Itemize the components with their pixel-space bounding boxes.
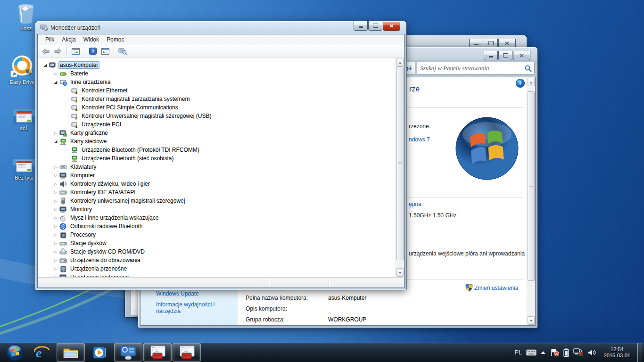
scroll-up-button[interactable]: ▲: [396, 58, 404, 66]
scroll-up-button[interactable]: ▲: [528, 78, 535, 86]
expand-arrow-icon[interactable]: ▷: [53, 241, 58, 246]
control-panel-search[interactable]: [417, 62, 535, 74]
device-tree-item[interactable]: ▷Kontrolery IDE ATA/ATAPI: [38, 188, 396, 197]
close-button[interactable]: [513, 51, 530, 60]
action-center-icon[interactable]: [550, 348, 559, 356]
cpu-device-icon: [59, 231, 67, 239]
network-error-icon[interactable]: [573, 348, 584, 356]
device-tree-item[interactable]: ▷Kontrolery dźwięku, wideo i gier: [38, 180, 396, 188]
taskbar-button-explorer[interactable]: [57, 343, 85, 362]
device-tree-item[interactable]: ◢asus-Komputer: [38, 61, 396, 69]
device-tree-item[interactable]: Kontroler Uniwersalnej magistrali szereg…: [38, 112, 396, 120]
expand-arrow-icon[interactable]: ▷: [53, 131, 58, 135]
maximize-button[interactable]: [368, 21, 382, 31]
expand-arrow-icon[interactable]: ▷: [53, 224, 58, 229]
collapse-arrow-icon[interactable]: ◢: [42, 63, 48, 67]
taskbar-button-wmp[interactable]: [86, 344, 113, 361]
taskbar-button-ie[interactable]: e: [28, 344, 56, 361]
system-scrollbar[interactable]: ▲ ▼: [527, 77, 535, 325]
rating-link-fragment[interactable]: ępna: [409, 201, 421, 207]
scroll-thumb[interactable]: [396, 66, 404, 260]
device-tree-label: Kontroler Ethernet: [80, 87, 129, 94]
device-tree-item[interactable]: ▷Kontrolery uniwersalnej magistrali szer…: [38, 197, 396, 205]
show-desktop-button[interactable]: [637, 343, 642, 362]
taskbar-button-control-panel[interactable]: [114, 343, 142, 362]
device-tree-item[interactable]: Urządzenie Bluetooth (sieć osobista): [38, 154, 396, 163]
expand-arrow-icon[interactable]: ▷: [53, 250, 58, 254]
minimize-button[interactable]: [354, 21, 368, 31]
battery-icon[interactable]: [563, 348, 569, 357]
language-indicator[interactable]: PL: [515, 349, 522, 356]
expand-arrow-icon[interactable]: ▷: [53, 233, 58, 237]
device-tree-item[interactable]: ▷Stacje dysków CD-ROM/DVD: [38, 247, 396, 256]
expand-arrow-icon[interactable]: ▷: [53, 72, 58, 76]
expand-arrow-icon[interactable]: ▷: [53, 267, 58, 271]
expand-arrow-icon[interactable]: ▷: [53, 190, 58, 195]
taskbar-clock[interactable]: 12:54 2015-03-01: [601, 346, 633, 359]
start-button[interactable]: [3, 344, 27, 361]
scroll-thumb[interactable]: [528, 91, 535, 281]
device-tree-item[interactable]: ▷Monitory: [38, 205, 396, 214]
device-tree-item[interactable]: Urządzenie PCI: [38, 120, 396, 129]
collapse-arrow-icon[interactable]: ◢: [53, 139, 58, 144]
device-tree-item[interactable]: Kontroler PCI Simple Communications: [38, 103, 396, 112]
device-tree-item[interactable]: ▷Komputer: [38, 171, 396, 180]
device-manager-window[interactable]: Menedżer urządzeń PlikAkcjaWidokPomoc: [35, 21, 406, 290]
device-tree-item[interactable]: ▷Odbiorniki radiowe Bluetooth: [38, 222, 396, 230]
show-hidden-icons[interactable]: [541, 351, 545, 354]
minimize-button[interactable]: [484, 51, 498, 60]
expand-arrow-icon[interactable]: ▷: [53, 173, 58, 178]
device-tree-item[interactable]: Kontroler magistrali zarządzania systeme…: [38, 95, 396, 103]
performance-tools-link[interactable]: Informacje wydajności i narzędzia: [156, 301, 227, 314]
tree-scrollbar[interactable]: ▲ ▼: [396, 58, 404, 277]
back-button[interactable]: [41, 47, 51, 56]
scroll-down-button[interactable]: ▼: [528, 316, 535, 325]
keyboard-device-icon: [59, 164, 67, 171]
device-tree-item[interactable]: ▷Stacje dysków: [38, 239, 396, 247]
expand-arrow-icon[interactable]: ▷: [53, 199, 58, 203]
device-tree-item[interactable]: ▷Urządzenia do obrazowania: [38, 256, 396, 264]
change-settings[interactable]: Zmień ustawienia: [465, 284, 518, 292]
help-icon[interactable]: ?: [516, 79, 525, 90]
device-tree-item[interactable]: ▷Karty graficzne: [38, 129, 396, 137]
console-tree-icon[interactable]: [70, 47, 81, 56]
windows-update-link[interactable]: Windows Update: [156, 290, 227, 297]
field-label: Opis komputera:: [246, 305, 287, 312]
device-tree-item[interactable]: ▷Urządzenia przenośne: [38, 264, 396, 273]
show-action-pane-icon[interactable]: [100, 47, 110, 56]
collapse-arrow-icon[interactable]: ◢: [53, 80, 58, 84]
menu-item-pomoc[interactable]: Pomoc: [103, 35, 128, 44]
expand-arrow-icon[interactable]: ▷: [53, 165, 58, 169]
expand-arrow-icon[interactable]: ▷: [53, 207, 58, 212]
menu-item-widok[interactable]: Widok: [80, 35, 103, 44]
taskbar-button-toolbox[interactable]: [143, 343, 172, 362]
maximize-button[interactable]: [484, 39, 498, 48]
help-button[interactable]: ?: [88, 47, 98, 56]
forward-button[interactable]: [53, 47, 63, 56]
scroll-down-button[interactable]: ▼: [396, 268, 404, 277]
expand-arrow-icon[interactable]: ▷: [53, 182, 58, 186]
taskbar-button-toolbox[interactable]: [173, 343, 201, 362]
device-tree-item[interactable]: ◢?Inne urządzenia: [38, 78, 396, 86]
device-tree-item[interactable]: ▷Mysz i inne urządzenia wskazujące: [38, 214, 396, 222]
device-tree-item[interactable]: ▷Klawiatury: [38, 163, 396, 171]
windows7-link-fragment[interactable]: ndows 7: [409, 136, 430, 143]
keyboard-layout-icon[interactable]: [526, 349, 537, 356]
close-button[interactable]: [498, 39, 516, 48]
device-tree-item[interactable]: ▷Urządzenia systemowe: [38, 273, 396, 277]
expand-arrow-icon[interactable]: ▷: [53, 216, 58, 220]
search-input[interactable]: [417, 65, 524, 72]
volume-icon[interactable]: [588, 349, 597, 356]
scan-hardware-icon[interactable]: [117, 47, 128, 56]
device-tree-item[interactable]: Kontroler Ethernet: [38, 86, 396, 95]
close-button[interactable]: [383, 21, 400, 31]
device-tree-item[interactable]: Urządzenie Bluetooth (Protokół TDI RFCOM…: [38, 146, 396, 154]
device-tree-item[interactable]: ▷Procesory: [38, 230, 396, 239]
maximize-button[interactable]: [498, 51, 512, 60]
expand-arrow-icon[interactable]: ▷: [53, 258, 58, 263]
minimize-button[interactable]: [469, 39, 483, 48]
device-tree-item[interactable]: ◢Karty sieciowe: [38, 137, 396, 146]
menu-item-plik[interactable]: Plik: [41, 35, 58, 44]
menu-item-akcja[interactable]: Akcja: [58, 35, 79, 44]
device-tree-item[interactable]: ▷Baterie: [38, 69, 396, 78]
